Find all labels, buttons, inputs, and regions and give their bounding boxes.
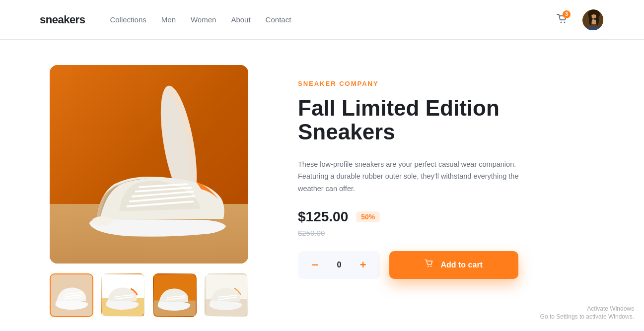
windows-line2: Go to Settings to activate Windows. xyxy=(540,313,634,320)
nav-link-collections[interactable]: Collections xyxy=(110,15,146,27)
add-to-cart-label: Add to cart xyxy=(440,261,482,269)
decrease-button[interactable]: − xyxy=(308,258,322,272)
thumbnail-4[interactable] xyxy=(205,273,248,317)
svg-rect-8 xyxy=(590,18,593,20)
discount-badge: 50% xyxy=(356,211,380,222)
nav-item-men: Men xyxy=(161,15,176,24)
nav-link-about[interactable]: About xyxy=(231,15,250,27)
cart-badge: 3 xyxy=(563,10,571,18)
nav-link-contact[interactable]: Contact xyxy=(266,15,291,27)
price-row: $125.00 50% xyxy=(298,209,594,225)
avatar-image xyxy=(582,9,604,31)
svg-point-1 xyxy=(564,21,566,23)
increase-button[interactable]: + xyxy=(356,258,370,272)
cart-btn-icon xyxy=(425,259,433,270)
quantity-value: 0 xyxy=(332,261,346,269)
main-product-image[interactable] xyxy=(50,65,248,264)
product-description: These low-profile sneakers are your perf… xyxy=(298,158,536,195)
nav-link-men[interactable]: Men xyxy=(161,15,176,27)
nav-link-women[interactable]: Women xyxy=(191,15,216,27)
nav-links: Collections Men Women About Contact xyxy=(110,15,291,24)
nav-item-collections: Collections xyxy=(110,15,146,24)
logo[interactable]: sneakers xyxy=(40,13,85,26)
nav-item-contact: Contact xyxy=(266,15,291,24)
svg-rect-9 xyxy=(594,18,597,20)
windows-line1: Activate Windows xyxy=(540,305,634,312)
windows-watermark: Activate Windows Go to Settings to activ… xyxy=(540,305,634,321)
thumbnail-2[interactable] xyxy=(101,273,145,317)
svg-point-0 xyxy=(561,21,562,23)
navbar: sneakers Collections Men Women About Con… xyxy=(0,0,644,40)
add-to-cart-button[interactable]: Add to cart xyxy=(389,251,518,279)
svg-rect-5 xyxy=(586,27,601,31)
product-gallery xyxy=(50,65,248,317)
svg-point-38 xyxy=(430,266,431,267)
main-content: SNEAKER COMPANY Fall Limited Edition Sne… xyxy=(0,40,644,331)
cart-row: − 0 + Add to cart xyxy=(298,251,594,279)
thumbnail-1[interactable] xyxy=(50,273,93,317)
quantity-control: − 0 + xyxy=(298,251,380,279)
svg-point-37 xyxy=(428,266,429,267)
nav-right: 3 xyxy=(557,8,604,31)
nav-item-about: About xyxy=(231,15,250,24)
cart-button[interactable]: 3 xyxy=(557,13,568,26)
current-price: $125.00 xyxy=(298,209,348,225)
original-price: $250.00 xyxy=(298,229,594,237)
brand-label: SNEAKER COMPANY xyxy=(298,80,594,87)
avatar[interactable] xyxy=(581,8,604,31)
main-image-bg xyxy=(50,65,248,264)
nav-item-women: Women xyxy=(191,15,216,24)
product-details: SNEAKER COMPANY Fall Limited Edition Sne… xyxy=(298,65,594,279)
svg-point-20 xyxy=(92,216,112,226)
thumbnail-row xyxy=(50,273,248,317)
product-title: Fall Limited Edition Sneakers xyxy=(298,96,594,144)
thumbnail-3[interactable] xyxy=(153,273,197,317)
